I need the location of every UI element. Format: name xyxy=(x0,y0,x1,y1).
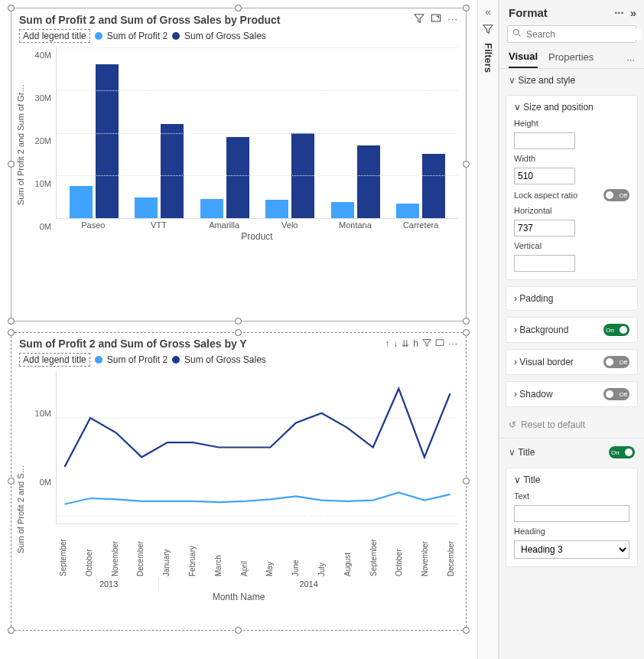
section-size-position[interactable]: ∨ Size and position xyxy=(506,96,637,119)
resize-handle[interactable] xyxy=(463,318,470,325)
line-series xyxy=(65,492,450,504)
bar-chart-visual[interactable]: Sum of Profit 2 and Sum of Gross Sales b… xyxy=(11,8,467,321)
reset-to-default[interactable]: ↺ Reset to default xyxy=(499,413,644,436)
chart-title: Sum of Profit 2 and Sum of Gross Sales b… xyxy=(19,338,247,350)
bars-plot xyxy=(56,47,458,219)
resize-handle[interactable] xyxy=(463,627,470,634)
svg-point-4 xyxy=(514,30,519,35)
resize-handle[interactable] xyxy=(235,5,242,11)
visual-border-toggle[interactable]: Off xyxy=(603,356,629,368)
legend-label: Sum of Gross Sales xyxy=(184,31,266,41)
heading-select[interactable]: Heading 3 xyxy=(514,540,629,559)
legend-label: Sum of Profit 2 xyxy=(107,354,168,365)
more-options-icon[interactable]: ··· xyxy=(447,13,458,26)
month-label: July xyxy=(317,527,326,576)
category-label: Carretera xyxy=(390,220,451,230)
resize-handle[interactable] xyxy=(8,318,15,325)
section-background[interactable]: › Background On xyxy=(506,318,637,342)
width-input[interactable] xyxy=(514,168,575,184)
tab-visual[interactable]: Visual xyxy=(509,51,538,68)
bar xyxy=(96,64,119,218)
y-axis-label: Sum of Profit 2 and Sum of Gr… xyxy=(16,84,25,205)
legend-label: Sum of Profit 2 xyxy=(107,31,168,41)
month-label: April xyxy=(240,527,249,576)
legend-swatch xyxy=(95,32,102,40)
drill-up-icon[interactable]: ↑ xyxy=(385,338,389,350)
bar xyxy=(331,202,354,218)
chart-title: Sum of Profit 2 and Sum of Gross Sales b… xyxy=(19,14,281,26)
month-label: December xyxy=(447,527,455,576)
height-label: Height xyxy=(514,119,629,128)
format-search[interactable] xyxy=(507,25,636,43)
line-chart-visual[interactable]: Sum of Profit 2 and Sum of Gross Sales b… xyxy=(11,332,467,631)
title-toggle[interactable]: On xyxy=(609,446,635,458)
month-label: August xyxy=(343,527,352,576)
more-options-icon[interactable]: ··· xyxy=(614,6,624,19)
more-options-icon[interactable]: ··· xyxy=(626,54,635,65)
bar xyxy=(422,154,445,218)
resize-handle[interactable] xyxy=(235,627,242,634)
section-title[interactable]: ∨ Title On xyxy=(499,440,644,465)
width-label: Width xyxy=(514,154,629,163)
month-label: February xyxy=(188,527,197,576)
tab-properties[interactable]: Properties xyxy=(548,51,594,67)
legend-label: Sum of Gross Sales xyxy=(184,354,266,365)
shadow-toggle[interactable]: Off xyxy=(603,388,629,400)
focus-mode-icon[interactable] xyxy=(431,13,441,26)
svg-line-5 xyxy=(519,34,521,37)
hierarchy-icon[interactable]: h xyxy=(413,338,418,350)
legend-title-input[interactable]: Add legend title xyxy=(19,29,90,43)
legend-title-input[interactable]: Add legend title xyxy=(19,353,90,367)
filter-icon[interactable] xyxy=(422,338,431,350)
month-label: November xyxy=(111,527,119,576)
focus-mode-icon[interactable] xyxy=(435,338,444,350)
legend-swatch xyxy=(172,32,180,40)
category-label: Montana xyxy=(324,220,385,230)
section-title-sub[interactable]: ∨ Title xyxy=(506,468,637,491)
year-label: 2014 xyxy=(158,578,458,590)
background-toggle[interactable]: On xyxy=(603,324,629,336)
filters-pane-collapsed[interactable]: « Filters xyxy=(477,0,499,659)
month-label: September xyxy=(59,527,67,576)
report-canvas[interactable]: Sum of Profit 2 and Sum of Gross Sales b… xyxy=(0,0,477,659)
drill-down-icon[interactable]: ↓ xyxy=(393,338,398,350)
filter-icon[interactable] xyxy=(414,13,424,26)
search-input[interactable] xyxy=(526,29,641,40)
resize-handle[interactable] xyxy=(235,329,242,336)
filter-icon[interactable] xyxy=(483,24,493,37)
bar xyxy=(135,197,158,218)
section-shadow[interactable]: › Shadow Off xyxy=(506,382,637,406)
horizontal-label: Horizontal xyxy=(514,206,629,215)
bar xyxy=(265,200,288,218)
resize-handle[interactable] xyxy=(8,329,15,336)
resize-handle[interactable] xyxy=(8,5,15,11)
section-padding[interactable]: › Padding xyxy=(506,287,637,310)
category-label: VTT xyxy=(128,220,189,230)
legend-swatch xyxy=(172,356,180,364)
month-label: October xyxy=(395,527,403,576)
line-series xyxy=(65,389,450,467)
vertical-input[interactable] xyxy=(514,255,575,272)
resize-handle[interactable] xyxy=(463,5,470,11)
resize-handle[interactable] xyxy=(235,318,242,325)
legend-swatch xyxy=(95,356,102,364)
month-label: October xyxy=(85,527,93,576)
section-visual-border[interactable]: › Visual border Off xyxy=(506,350,637,374)
more-options-icon[interactable]: ··· xyxy=(448,338,458,350)
category-label: Paseo xyxy=(63,220,124,230)
collapse-left-icon[interactable]: « xyxy=(485,6,490,18)
title-text-input[interactable] xyxy=(514,505,629,522)
lock-aspect-toggle[interactable]: Off xyxy=(603,189,629,201)
expand-down-icon[interactable]: ⇊ xyxy=(402,338,409,350)
expand-right-icon[interactable]: » xyxy=(630,6,636,19)
height-input[interactable] xyxy=(514,132,575,149)
month-label: November xyxy=(421,527,429,576)
format-pane[interactable]: Format ··· » Visual Properties ··· ∨ Siz… xyxy=(499,0,644,659)
horizontal-input[interactable] xyxy=(514,220,575,237)
resize-handle[interactable] xyxy=(463,329,470,336)
section-size-style[interactable]: ∨ Size and style xyxy=(499,69,644,92)
y-axis-label: Sum of Profit 2 and S… xyxy=(16,465,25,554)
category-label: Velo xyxy=(259,220,320,230)
month-label: January xyxy=(162,527,171,576)
resize-handle[interactable] xyxy=(8,627,15,634)
